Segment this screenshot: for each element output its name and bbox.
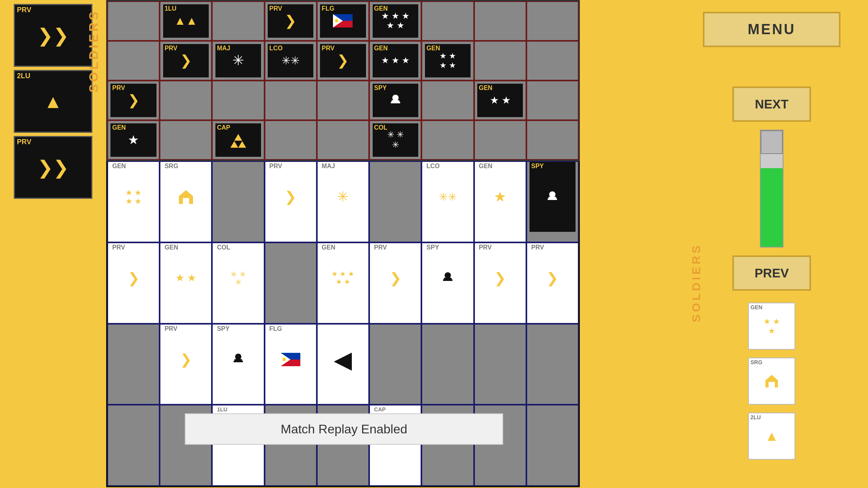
cell-b-r3c3: SPY — [212, 324, 264, 405]
cell-b-r2c9: PRV ❯ — [526, 242, 579, 324]
piece-prv-r1c4: PRV ❯ — [268, 4, 313, 38]
cell-b-r3c2: PRV ❯ — [160, 324, 212, 405]
cell-r3c8: GEN ★ ★ — [474, 81, 526, 120]
cell-r1c7 — [421, 1, 474, 41]
cell-b-r1c7: LCO ✳✳ — [421, 161, 474, 242]
piece-prv-r3c1: PRV ❯ — [110, 84, 156, 117]
slider-handle[interactable] — [761, 130, 783, 154]
prev-button[interactable]: PREV — [732, 255, 811, 291]
cell-r2c7: GEN ★ ★ ★ ★ — [421, 41, 474, 81]
rank-label-prv2: PRV — [17, 138, 31, 145]
piece-gen1-r4c1: GEN ★ — [110, 123, 156, 157]
menu-button[interactable]: MENU — [703, 12, 840, 47]
piece-prv-r2c2: PRV ❯ — [163, 44, 209, 77]
cell-b-r3c9 — [526, 324, 579, 405]
cell-b-r1c6 — [369, 161, 421, 242]
cell-r4c4 — [265, 120, 317, 160]
cell-r4c7 — [421, 120, 474, 160]
right-panel: MENU NEXT PREV SOLDIERS GEN ★ ★ ★ SRG 2L… — [675, 0, 868, 488]
piece-1lu: 1LU ▲▲ — [163, 4, 209, 38]
cell-r1c9 — [526, 1, 579, 41]
notification-bar: Match Replay Enabled — [185, 413, 503, 445]
cell-b-r4c9 — [526, 405, 579, 486]
cell-r4c5 — [317, 120, 369, 160]
cell-b-r2c2: GEN ★ ★ — [160, 242, 212, 324]
svg-rect-18 — [443, 279, 452, 281]
piece-col-r4c6: COL ✳ ✳ ✳ — [373, 123, 418, 157]
cell-r3c3 — [212, 81, 264, 120]
cell-r4c9 — [526, 120, 579, 160]
slider-green-fill — [761, 168, 783, 247]
srg-symbol-right — [764, 373, 780, 389]
svg-marker-8 — [234, 134, 242, 141]
spy-icon-b-r3c3 — [230, 352, 246, 367]
left-sidebar: PRV ❯❯ 2LU ▲ PRV ❯❯ SOLDIERS — [0, 0, 106, 488]
cell-b-r1c5: MAJ ✳ — [317, 161, 369, 242]
spy-icon-r3c6 — [388, 92, 403, 108]
cell-b-r2c5: GEN ★ ★ ★ ★ ★ — [317, 242, 369, 324]
cell-r1c3 — [212, 1, 264, 41]
piece-symbol-2lu: ▲ — [44, 91, 63, 112]
cell-b-r1c2: SRG — [160, 161, 212, 242]
svg-point-16 — [445, 272, 451, 279]
cell-b-r3c5: ◀ — [317, 324, 369, 405]
cell-r1c1 — [107, 1, 160, 41]
progress-slider[interactable] — [760, 130, 783, 248]
cell-r3c7 — [421, 81, 474, 120]
piece-gen3-r2c6: GEN ★ ★ ★ — [373, 44, 418, 77]
cell-r1c4: PRV ❯ — [265, 1, 317, 41]
piece-gen4-r2c7: GEN ★ ★ ★ ★ — [425, 44, 471, 77]
svg-rect-7 — [391, 102, 400, 103]
cell-b-r2c8: PRV ❯ — [474, 242, 526, 324]
cell-r2c5: PRV ❯ — [317, 41, 369, 81]
svg-marker-9 — [230, 141, 238, 148]
svg-point-19 — [235, 354, 241, 360]
cell-r3c9 — [526, 81, 579, 120]
piece-lco-r2c4: LCO ✳✳ — [268, 44, 313, 77]
right-piece-2lu: 2LU ▲ — [748, 413, 795, 460]
cell-b-r1c3 — [212, 161, 264, 242]
soldiers-label-right: SOLDIERS — [690, 244, 703, 322]
cell-b-r2c1: PRV ❯ — [107, 242, 160, 324]
top-board: 1LU ▲▲ PRV ❯ FLG — [106, 0, 580, 161]
arrow-left-symbol: ◀ — [334, 346, 352, 373]
cell-r2c1 — [107, 41, 160, 81]
svg-rect-12 — [183, 198, 189, 204]
cell-b-r3c6 — [369, 324, 421, 405]
cell-r1c2: 1LU ▲▲ — [160, 1, 212, 41]
cell-b-r2c4 — [265, 242, 317, 324]
cell-b-r3c8 — [474, 324, 526, 405]
piece-prv-r2c5: PRV ❯ — [320, 44, 366, 77]
rank-label-prv1: PRV — [17, 6, 31, 13]
cell-r3c6: SPY — [369, 81, 421, 120]
cell-r2c6: GEN ★ ★ ★ — [369, 41, 421, 81]
notification-text: Match Replay Enabled — [281, 422, 407, 437]
svg-marker-10 — [238, 141, 246, 148]
spy-icon-b-r1c9 — [544, 189, 560, 205]
cell-r2c8 — [474, 41, 526, 81]
sidebar-piece-2lu: 2LU ▲ — [14, 70, 92, 133]
piece-spy-r3c6: SPY — [373, 84, 418, 117]
piece-flg-r1c5: FLG — [320, 4, 366, 38]
piece-symbol-prv1: ❯❯ — [37, 24, 69, 46]
cell-r3c1: PRV ❯ — [107, 81, 160, 120]
spy-icon-b-r2c7 — [440, 270, 456, 286]
cell-b-r1c9: SPY — [526, 161, 579, 242]
piece-symbol-prv2: ❯❯ — [37, 156, 69, 178]
cell-b-r1c4: PRV ❯ — [265, 161, 317, 242]
next-button[interactable]: NEXT — [732, 86, 811, 122]
srg-symbol-b-r1c2 — [177, 188, 195, 205]
cell-b-r2c6: PRV ❯ — [369, 242, 421, 324]
cell-r2c9 — [526, 41, 579, 81]
piece-cap-r4c3: CAP — [215, 123, 261, 157]
svg-point-5 — [392, 95, 399, 101]
cell-r4c8 — [474, 120, 526, 160]
cell-r1c6: GEN ★ ★ ★ ★ ★ — [369, 1, 421, 41]
rank-label-2lu: 2LU — [17, 72, 30, 79]
sidebar-piece-prv1: PRV ❯❯ — [14, 4, 92, 67]
cell-r4c1: GEN ★ — [107, 120, 160, 160]
sidebar-piece-prv2: PRV ❯❯ — [14, 136, 92, 199]
cell-b-r4c1 — [107, 405, 160, 486]
ph-flag-icon — [333, 14, 353, 28]
cell-r4c6: COL ✳ ✳ ✳ — [369, 120, 421, 160]
